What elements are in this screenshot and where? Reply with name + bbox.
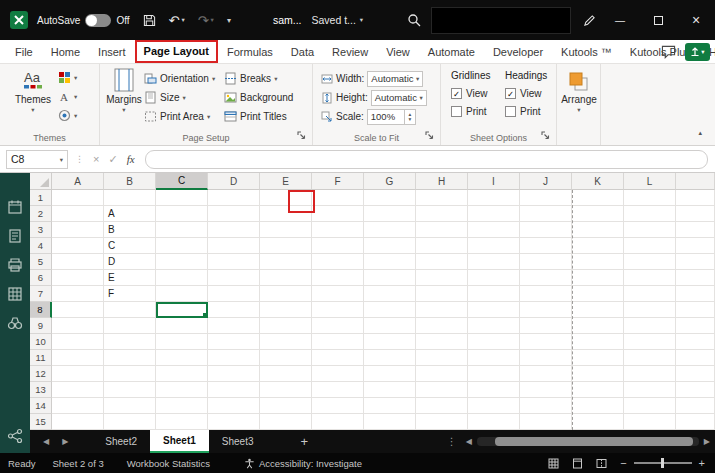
page-layout-view-icon[interactable] bbox=[572, 458, 583, 469]
cell-F10[interactable] bbox=[312, 334, 364, 350]
cell-F9[interactable] bbox=[312, 318, 364, 334]
row-header-4[interactable]: 4 bbox=[30, 238, 52, 254]
cell-A8[interactable] bbox=[52, 302, 104, 318]
cell-G7[interactable] bbox=[364, 286, 416, 302]
cell-L5[interactable] bbox=[624, 254, 676, 270]
cell-K7[interactable] bbox=[572, 286, 624, 302]
row-header-11[interactable]: 11 bbox=[30, 350, 52, 366]
cell-B8[interactable] bbox=[104, 302, 156, 318]
sheet-menu-icon[interactable]: ⋮ bbox=[447, 436, 458, 447]
cell-A2[interactable] bbox=[52, 206, 104, 222]
cell-B12[interactable] bbox=[104, 366, 156, 382]
cell-F15[interactable] bbox=[312, 414, 364, 430]
share-button[interactable]: ▾ bbox=[685, 43, 710, 61]
cell-E2[interactable] bbox=[260, 206, 312, 222]
cell-J1[interactable] bbox=[520, 190, 572, 206]
name-box[interactable]: C8 ▾ bbox=[6, 150, 68, 169]
cell-B3[interactable]: B bbox=[104, 222, 156, 238]
cell-E15[interactable] bbox=[260, 414, 312, 430]
cell-A12[interactable] bbox=[52, 366, 104, 382]
cell-I8[interactable] bbox=[468, 302, 520, 318]
column-header-G[interactable]: G bbox=[364, 173, 416, 190]
page-break-view-icon[interactable] bbox=[596, 458, 607, 469]
cell-C10[interactable] bbox=[156, 334, 208, 350]
row-header-9[interactable]: 9 bbox=[30, 318, 52, 334]
cell-J8[interactable] bbox=[520, 302, 572, 318]
cell-A3[interactable] bbox=[52, 222, 104, 238]
print-area-button[interactable]: Print Area ▾ bbox=[144, 108, 210, 125]
cell-K11[interactable] bbox=[572, 350, 624, 366]
scale-to-fit-dialog-launcher[interactable] bbox=[423, 129, 435, 141]
cell-L1[interactable] bbox=[624, 190, 676, 206]
add-sheet-button[interactable]: + bbox=[301, 434, 309, 449]
cell-A13[interactable] bbox=[52, 382, 104, 398]
cell-D14[interactable] bbox=[208, 398, 260, 414]
close-button[interactable]: × bbox=[677, 0, 715, 40]
cell-B7[interactable]: F bbox=[104, 286, 156, 302]
cell-G3[interactable] bbox=[364, 222, 416, 238]
sheet-options-dialog-launcher[interactable] bbox=[539, 129, 551, 141]
cell-B11[interactable] bbox=[104, 350, 156, 366]
cell-L7[interactable] bbox=[624, 286, 676, 302]
headings-print-checkbox[interactable]: Print bbox=[505, 106, 541, 117]
breaks-button[interactable]: Breaks ▾ bbox=[224, 70, 277, 87]
height-select[interactable]: Automatic▾ bbox=[371, 90, 427, 106]
cell-I1[interactable] bbox=[468, 190, 520, 206]
themes-button[interactable]: Aa Themes ▾ bbox=[12, 68, 54, 112]
cell-K5[interactable] bbox=[572, 254, 624, 270]
cell-C13[interactable] bbox=[156, 382, 208, 398]
cell-F13[interactable] bbox=[312, 382, 364, 398]
cell-C14[interactable] bbox=[156, 398, 208, 414]
minimize-button[interactable]: — bbox=[601, 0, 639, 40]
cell-L9[interactable] bbox=[624, 318, 676, 334]
cell-K2[interactable] bbox=[572, 206, 624, 222]
save-status-button[interactable]: Saved t... ▾ bbox=[311, 14, 363, 26]
cell-G1[interactable] bbox=[364, 190, 416, 206]
cell-I7[interactable] bbox=[468, 286, 520, 302]
cell-I9[interactable] bbox=[468, 318, 520, 334]
cell-B4[interactable]: C bbox=[104, 238, 156, 254]
row-header-8[interactable]: 8 bbox=[30, 302, 52, 318]
cell-C7[interactable] bbox=[156, 286, 208, 302]
row-header-3[interactable]: 3 bbox=[30, 222, 52, 238]
cell-H2[interactable] bbox=[416, 206, 468, 222]
cell-C2[interactable] bbox=[156, 206, 208, 222]
cell-B9[interactable] bbox=[104, 318, 156, 334]
normal-view-icon[interactable] bbox=[548, 458, 559, 469]
cell-L13[interactable] bbox=[624, 382, 676, 398]
cell-H5[interactable] bbox=[416, 254, 468, 270]
row-header-10[interactable]: 10 bbox=[30, 334, 52, 350]
tab-home[interactable]: Home bbox=[42, 40, 89, 63]
tab-kutools[interactable]: Kutools ™ bbox=[552, 40, 621, 63]
zoom-slider[interactable] bbox=[634, 462, 692, 464]
cell-H9[interactable] bbox=[416, 318, 468, 334]
cell-I2[interactable] bbox=[468, 206, 520, 222]
cell-K8[interactable] bbox=[572, 302, 624, 318]
cell-F4[interactable] bbox=[312, 238, 364, 254]
cell-B5[interactable]: D bbox=[104, 254, 156, 270]
tab-data[interactable]: Data bbox=[282, 40, 323, 63]
cell-I12[interactable] bbox=[468, 366, 520, 382]
cell-C15[interactable] bbox=[156, 414, 208, 430]
confirm-entry-icon[interactable]: ✓ bbox=[108, 153, 117, 166]
cell-F12[interactable] bbox=[312, 366, 364, 382]
cell-I13[interactable] bbox=[468, 382, 520, 398]
cell-G10[interactable] bbox=[364, 334, 416, 350]
cell-F3[interactable] bbox=[312, 222, 364, 238]
cell-A6[interactable] bbox=[52, 270, 104, 286]
column-header-B[interactable]: B bbox=[104, 173, 156, 190]
cell-H4[interactable] bbox=[416, 238, 468, 254]
cell-H1[interactable] bbox=[416, 190, 468, 206]
cell-H11[interactable] bbox=[416, 350, 468, 366]
cell-A15[interactable] bbox=[52, 414, 104, 430]
cell-L4[interactable] bbox=[624, 238, 676, 254]
cell-D9[interactable] bbox=[208, 318, 260, 334]
cell-K12[interactable] bbox=[572, 366, 624, 382]
cell-H15[interactable] bbox=[416, 414, 468, 430]
cell-I10[interactable] bbox=[468, 334, 520, 350]
cell-C4[interactable] bbox=[156, 238, 208, 254]
clipboard-icon[interactable] bbox=[7, 228, 23, 244]
column-header-F[interactable]: F bbox=[312, 173, 364, 190]
cell-A14[interactable] bbox=[52, 398, 104, 414]
cell-D10[interactable] bbox=[208, 334, 260, 350]
